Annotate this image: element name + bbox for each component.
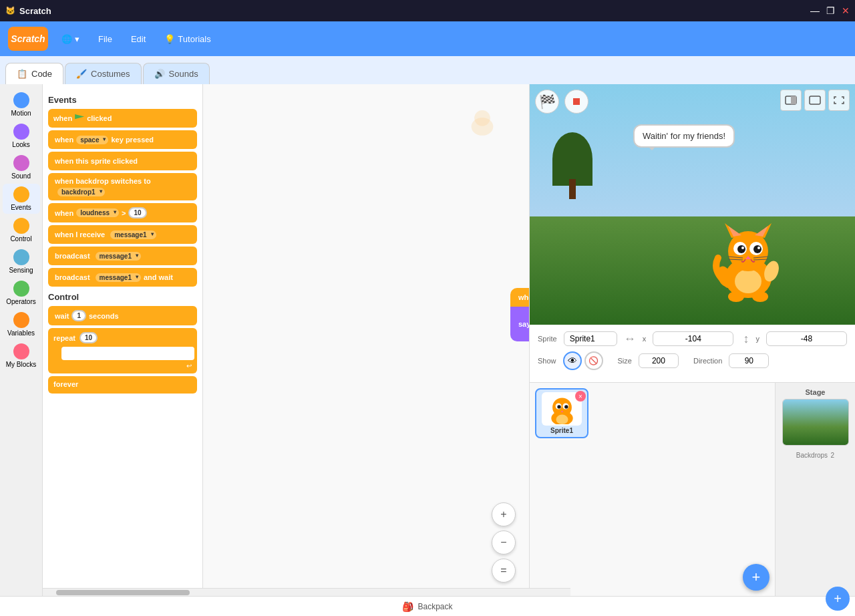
y-input[interactable] xyxy=(766,331,847,346)
sensor-value[interactable]: 10 xyxy=(128,207,146,218)
clicked-text: clicked xyxy=(87,114,112,122)
x-input[interactable] xyxy=(653,331,733,346)
tutorials-menu[interactable]: 💡 Tutorials xyxy=(159,31,216,47)
sidebar-item-events[interactable]: Events xyxy=(3,184,40,214)
backdrop-info: Backdrops 2 xyxy=(796,448,834,460)
myblocks-label: My Blocks xyxy=(6,361,37,368)
flag-icon: 🏁 xyxy=(539,94,556,110)
globe-menu[interactable]: 🌐 ▾ xyxy=(56,31,85,47)
tab-code[interactable]: 📋 Code xyxy=(5,63,63,84)
size-input[interactable] xyxy=(639,353,679,368)
svg-point-16 xyxy=(741,247,744,249)
add-backdrop-button[interactable]: + xyxy=(826,587,850,596)
show-hidden-button[interactable]: 🚫 xyxy=(584,351,603,370)
when-sensor-text: when xyxy=(55,209,73,217)
zoom-out-button[interactable]: − xyxy=(492,530,516,555)
block-forever[interactable]: forever xyxy=(48,376,197,394)
stage-thumbnail[interactable] xyxy=(782,399,849,446)
block-when-flag-clicked[interactable]: when clicked xyxy=(48,109,197,128)
canvas-when-clicked-block[interactable]: when clicked xyxy=(510,288,529,307)
tabbar: 📋 Code 🖌️ Costumes 🔊 Sounds xyxy=(0,56,855,84)
right-panel: 🏁 ⏹ xyxy=(529,84,855,596)
backdrop-dropdown[interactable]: backdrop1 xyxy=(57,188,105,196)
canvas-scrollbar-thumb[interactable] xyxy=(56,590,190,595)
broadcast-wait-text: broadcast xyxy=(55,273,90,281)
script-group: when clicked say Waitin' for my friends! xyxy=(510,288,529,341)
canvas-scrollbar[interactable] xyxy=(43,588,570,596)
show-visible-button[interactable]: 👁 xyxy=(563,351,582,370)
when-receive-text: when I receive xyxy=(55,230,105,239)
close-button[interactable]: ✕ xyxy=(842,5,850,16)
scratch-window-icon: 🐱 xyxy=(5,6,15,15)
zoom-in-button[interactable]: + xyxy=(492,502,516,526)
repeat-arrow: ↩ xyxy=(186,362,192,369)
sound-dot xyxy=(13,155,29,171)
block-broadcast[interactable]: broadcast message1 xyxy=(48,247,197,265)
stage-panel-label: Stage xyxy=(806,388,826,396)
file-menu[interactable]: File xyxy=(93,31,118,47)
direction-input[interactable] xyxy=(729,353,769,368)
bottombar[interactable]: 🎒 Backpack xyxy=(0,596,855,616)
normal-stage-button[interactable] xyxy=(804,90,826,111)
backdrop-number: 2 xyxy=(831,452,835,459)
tab-sounds[interactable]: 🔊 Sounds xyxy=(143,63,210,84)
canvas-area[interactable]: when clicked say Waitin' for my friends!… xyxy=(203,84,529,596)
block-when-receive[interactable]: when I receive message1 xyxy=(48,225,197,244)
costumes-tab-label: Costumes xyxy=(91,69,130,79)
svg-point-17 xyxy=(757,247,760,249)
block-when-space-pressed[interactable]: when space key pressed xyxy=(48,130,197,149)
flag-button[interactable]: 🏁 xyxy=(535,90,559,114)
stop-button[interactable]: ⏹ xyxy=(564,90,588,114)
svg-point-32 xyxy=(557,405,560,408)
edit-label: Edit xyxy=(131,34,146,44)
sprite-name-label: Sprite xyxy=(538,335,557,343)
canvas-say-block[interactable]: say Waitin' for my friends! xyxy=(510,307,529,341)
sidebar-item-motion[interactable]: Motion xyxy=(3,90,40,120)
receive-dropdown[interactable]: message1 xyxy=(110,230,156,239)
sidebar-item-control[interactable]: Control xyxy=(3,215,40,245)
sidebar-item-sound[interactable]: Sound xyxy=(3,152,40,182)
block-when-backdrop-switches[interactable]: when backdrop switches to backdrop1 xyxy=(48,173,197,200)
block-when-sprite-clicked[interactable]: when this sprite clicked xyxy=(48,152,197,170)
block-when-loudness[interactable]: when loudness > 10 xyxy=(48,203,197,222)
repeat-value[interactable]: 10 xyxy=(79,332,98,343)
titlebar-controls: — ❐ ✕ xyxy=(810,5,850,16)
maximize-button[interactable]: ❐ xyxy=(826,5,835,16)
stage-thumb-bg xyxy=(783,400,848,445)
key-pressed-text: key pressed xyxy=(111,136,154,144)
tab-costumes[interactable]: 🖌️ Costumes xyxy=(65,63,142,84)
sidebar-item-variables[interactable]: Variables xyxy=(3,309,40,339)
motion-dot xyxy=(13,92,29,108)
sprite-info-row2: Show 👁 🚫 Size Direction xyxy=(538,351,847,370)
sidebar-item-sensing[interactable]: Sensing xyxy=(3,247,40,277)
space-key-dropdown[interactable]: space xyxy=(76,136,108,144)
block-repeat[interactable]: repeat 10 ↩ xyxy=(48,328,197,373)
minimize-button[interactable]: — xyxy=(810,5,820,16)
broadcast-dropdown[interactable]: message1 xyxy=(96,252,141,261)
when-backdrop-text: when backdrop switches to xyxy=(55,177,151,185)
stage-controls: 🏁 ⏹ xyxy=(535,90,588,114)
sprite-delete-button[interactable]: × xyxy=(575,391,586,402)
sidebar-item-looks[interactable]: Looks xyxy=(3,121,40,151)
svg-point-24 xyxy=(752,291,768,302)
add-sprite-button[interactable]: + xyxy=(743,564,770,591)
block-broadcast-wait[interactable]: broadcast message1 and wait xyxy=(48,268,197,287)
stage-panel: Stage Backdrops 2 + xyxy=(775,383,855,596)
broadcast-wait-dropdown[interactable]: message1 xyxy=(96,273,141,282)
repeat-text: repeat xyxy=(53,334,75,342)
sidebar-item-myblocks[interactable]: My Blocks xyxy=(3,341,40,371)
sprite-card-sprite1[interactable]: × Sprite1 xyxy=(535,388,588,438)
zoom-reset-button[interactable]: = xyxy=(492,559,516,583)
canvas-sprite-watermark xyxy=(462,104,502,138)
sprite-name-input[interactable] xyxy=(564,331,617,346)
small-stage-button[interactable] xyxy=(780,90,802,111)
edit-menu[interactable]: Edit xyxy=(126,31,151,47)
wait-value[interactable]: 1 xyxy=(71,310,86,321)
fullscreen-button[interactable] xyxy=(828,90,850,111)
sidebar-item-operators[interactable]: Operators xyxy=(3,278,40,308)
sensor-dropdown[interactable]: loudness xyxy=(76,208,119,217)
block-wait-seconds[interactable]: wait 1 seconds xyxy=(48,306,197,325)
backdrop-label: Backdrops xyxy=(796,452,828,459)
broadcast-text: broadcast xyxy=(55,252,90,260)
direction-label: Direction xyxy=(693,357,722,365)
